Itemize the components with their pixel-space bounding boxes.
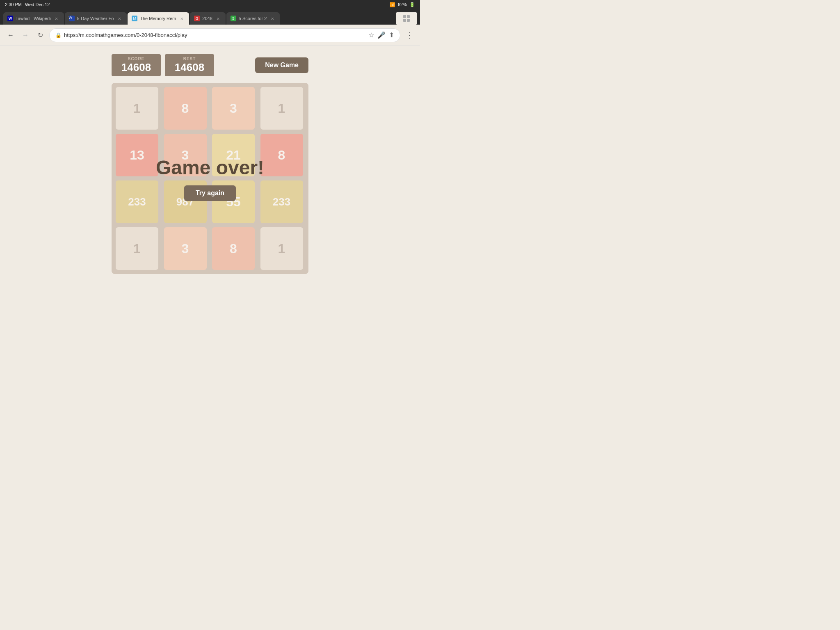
tab-label-weather: 5-Day Weather Fo	[77, 16, 114, 21]
tab-weather[interactable]: W 5-Day Weather Fo ×	[65, 12, 127, 25]
address-bar-row: ← → ↻ 🔒 https://m.coolmathgames.com/0-20…	[0, 25, 420, 46]
tab-label-2048: 2048	[202, 16, 212, 21]
tab-favicon-weather: W	[69, 16, 75, 21]
score-box: SCORE 14608	[112, 54, 161, 76]
tab-2048[interactable]: G 2048 ×	[190, 12, 225, 25]
share-button[interactable]: ⬆	[389, 31, 394, 39]
tab-favicon-wiki: W	[7, 16, 13, 21]
game-over-text: Game over!	[156, 156, 264, 179]
tab-close-weather[interactable]: ×	[116, 16, 123, 22]
forward-button[interactable]: →	[20, 30, 31, 41]
best-box: BEST 14608	[165, 54, 214, 76]
new-tab-area[interactable]	[396, 12, 417, 25]
tab-bar: W Tawhid - Wikipedi × W 5-Day Weather Fo…	[0, 9, 420, 25]
wifi-icon: 📶	[390, 2, 395, 7]
tab-wikipedia[interactable]: W Tawhid - Wikipedi ×	[3, 12, 64, 25]
battery-icon: 🔋	[409, 2, 415, 7]
tab-close-scores[interactable]: ×	[269, 16, 276, 22]
new-game-button[interactable]: New Game	[255, 57, 308, 73]
battery-display: 62%	[398, 2, 407, 7]
game-board-container: 1831133218233987552331381 Game over! Try…	[112, 83, 308, 274]
back-button[interactable]: ←	[5, 30, 16, 41]
tab-favicon-scores: S	[231, 16, 236, 21]
date-display: Wed Dec 12	[25, 2, 50, 7]
status-bar: 2:30 PM Wed Dec 12 📶 62% 🔋	[0, 0, 420, 9]
page-content: SCORE 14608 BEST 14608 New Game 18311332…	[0, 46, 420, 282]
tab-label-scores: h Scores for 2	[239, 16, 267, 21]
apps-grid-icon[interactable]	[403, 15, 410, 22]
best-label: BEST	[173, 57, 206, 61]
address-bar-icons: ☆ 🎤 ⬆	[368, 31, 394, 39]
reload-button[interactable]: ↻	[34, 30, 46, 41]
tab-highscores[interactable]: S h Scores for 2 ×	[226, 12, 280, 25]
bookmark-button[interactable]: ☆	[368, 31, 374, 39]
try-again-button[interactable]: Try again	[184, 185, 236, 201]
menu-button[interactable]: ⋮	[404, 30, 415, 41]
url-display: https://m.coolmathgames.com/0-2048-fibon…	[64, 32, 366, 38]
tab-close-2048[interactable]: ×	[215, 16, 221, 22]
tab-label-wiki: Tawhid - Wikipedi	[16, 16, 51, 21]
tab-close-wiki[interactable]: ×	[53, 16, 60, 22]
address-bar[interactable]: 🔒 https://m.coolmathgames.com/0-2048-fib…	[49, 28, 400, 42]
best-value: 14608	[173, 61, 206, 74]
tab-favicon-2048: G	[194, 16, 200, 21]
tab-memory[interactable]: M The Memory Rem ×	[128, 12, 189, 25]
score-label: SCORE	[120, 57, 153, 61]
score-value: 14608	[120, 61, 153, 74]
tab-favicon-mem: M	[132, 16, 137, 21]
time-display: 2:30 PM	[5, 2, 22, 7]
score-area: SCORE 14608 BEST 14608 New Game	[112, 54, 308, 76]
lock-icon: 🔒	[55, 32, 62, 38]
game-over-overlay: Game over! Try again	[112, 83, 308, 274]
mic-button[interactable]: 🎤	[377, 31, 386, 39]
tab-close-mem[interactable]: ×	[178, 16, 185, 22]
tab-label-mem: The Memory Rem	[140, 16, 176, 21]
